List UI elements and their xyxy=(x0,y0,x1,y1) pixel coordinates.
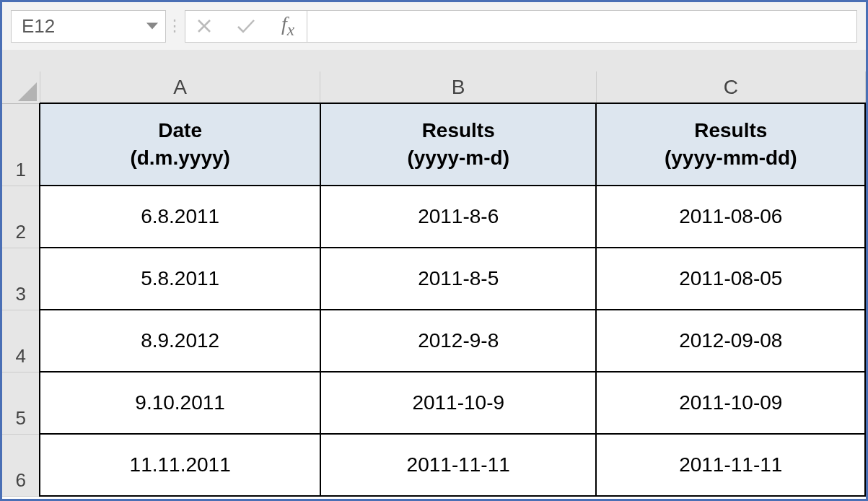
column-header-C[interactable]: C xyxy=(596,71,865,103)
sheet-area: A B C 1 Date (d.m.yyyy) Results (yyyy-m-… xyxy=(2,50,866,497)
cell-C5[interactable]: 2011-10-09 xyxy=(596,372,865,434)
chevron-down-icon[interactable] xyxy=(146,23,158,30)
formula-input[interactable] xyxy=(307,10,857,43)
table-row: 2 6.8.2011 2011-8-6 2011-08-06 xyxy=(2,186,865,248)
cell-text: (yyyy-m-d) xyxy=(407,147,509,169)
name-box[interactable]: E12 xyxy=(11,10,166,43)
cell-C6[interactable]: 2011-11-11 xyxy=(596,434,865,496)
column-header-A[interactable]: A xyxy=(40,71,320,103)
cell-A6[interactable]: 11.11.2011 xyxy=(40,434,320,496)
cell-text: Date xyxy=(158,119,202,141)
name-box-value: E12 xyxy=(22,15,55,38)
cell-B1[interactable]: Results (yyyy-m-d) xyxy=(320,103,597,186)
cell-A4[interactable]: 8.9.2012 xyxy=(40,310,320,372)
cell-A5[interactable]: 9.10.2011 xyxy=(40,372,320,434)
row-header-6[interactable]: 6 xyxy=(2,434,40,496)
cell-A3[interactable]: 5.8.2011 xyxy=(40,248,320,310)
cell-A1[interactable]: Date (d.m.yyyy) xyxy=(40,103,320,186)
cell-text: Results xyxy=(422,119,495,141)
cell-B5[interactable]: 2011-10-9 xyxy=(320,372,597,434)
cell-C2[interactable]: 2011-08-06 xyxy=(596,186,865,248)
cell-text: (d.m.yyyy) xyxy=(130,147,230,169)
table-row: 1 Date (d.m.yyyy) Results (yyyy-m-d) Res… xyxy=(2,103,865,186)
divider-dots: ⋮ xyxy=(166,10,185,43)
select-all-corner[interactable] xyxy=(2,71,40,103)
table-row: 4 8.9.2012 2012-9-8 2012-09-08 xyxy=(2,310,865,372)
cell-text: Results xyxy=(694,119,767,141)
cell-A2[interactable]: 6.8.2011 xyxy=(40,186,320,248)
table-row: 3 5.8.2011 2011-8-5 2011-08-05 xyxy=(2,248,865,310)
spreadsheet-grid: A B C 1 Date (d.m.yyyy) Results (yyyy-m-… xyxy=(2,71,866,497)
column-header-B[interactable]: B xyxy=(320,71,597,103)
formula-bar-buttons: fx xyxy=(185,10,307,43)
row-header-2[interactable]: 2 xyxy=(2,186,40,248)
row-header-5[interactable]: 5 xyxy=(2,372,40,434)
cancel-icon[interactable] xyxy=(191,13,217,39)
table-row: 6 11.11.2011 2011-11-11 2011-11-11 xyxy=(2,434,865,496)
cell-B2[interactable]: 2011-8-6 xyxy=(320,186,597,248)
cell-text: (yyyy-mm-dd) xyxy=(665,147,797,169)
cell-B4[interactable]: 2012-9-8 xyxy=(320,310,597,372)
cell-B6[interactable]: 2011-11-11 xyxy=(320,434,597,496)
fx-label: fx xyxy=(279,12,297,40)
row-header-1[interactable]: 1 xyxy=(2,103,40,186)
cell-C3[interactable]: 2011-08-05 xyxy=(596,248,865,310)
cell-C4[interactable]: 2012-09-08 xyxy=(596,310,865,372)
insert-function-icon[interactable]: fx xyxy=(275,13,301,39)
table-row: 5 9.10.2011 2011-10-9 2011-10-09 xyxy=(2,372,865,434)
formula-bar: E12 ⋮ fx xyxy=(2,2,866,50)
row-header-4[interactable]: 4 xyxy=(2,310,40,372)
row-header-3[interactable]: 3 xyxy=(2,248,40,310)
enter-icon[interactable] xyxy=(233,13,259,39)
cell-B3[interactable]: 2011-8-5 xyxy=(320,248,597,310)
cell-C1[interactable]: Results (yyyy-mm-dd) xyxy=(596,103,865,186)
